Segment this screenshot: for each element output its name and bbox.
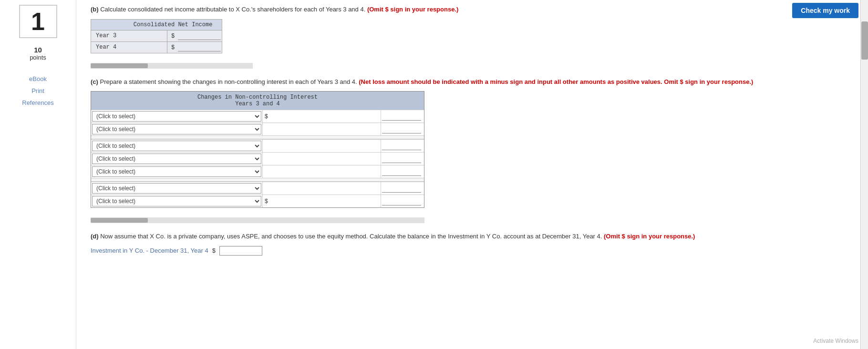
points-label: points — [30, 54, 46, 61]
nci-input-cell-1 — [381, 110, 424, 123]
nci-row-4: (Click to select) — [91, 152, 424, 165]
nci-dropdown-1[interactable]: (Click to select) — [92, 111, 261, 122]
nci-horizontal-scrollbar[interactable] — [91, 217, 424, 223]
year4-label: Year 4 — [91, 41, 167, 53]
part-c-label: (c) — [91, 78, 98, 85]
nci-dropdown-5[interactable]: (Click to select) — [92, 166, 261, 177]
nci-input-4[interactable] — [382, 155, 421, 163]
nci-row-7: (Click to select) $ — [91, 195, 424, 207]
part-b-text: Calculate consolidated net income attrib… — [100, 6, 365, 13]
references-link[interactable]: References — [22, 99, 53, 106]
year3-label: Year 3 — [91, 30, 167, 41]
table-row: Year 3 $ — [91, 30, 222, 41]
check-work-button[interactable]: Check my work — [792, 3, 858, 18]
nci-table: Changes in Non-controlling Interest Year… — [91, 91, 424, 208]
nci-input-cell-6 — [381, 182, 424, 195]
nci-dropdown-4[interactable]: (Click to select) — [92, 154, 261, 164]
sidebar-links: eBook Print References — [22, 75, 53, 106]
nci-row-5: (Click to select) — [91, 165, 424, 178]
nci-separator-1 — [91, 135, 424, 139]
year4-dollar: $ — [167, 41, 222, 53]
nci-select-cell-5[interactable]: (Click to select) — [91, 165, 263, 178]
nci-mid-4 — [263, 153, 381, 165]
nci-input-7[interactable] — [382, 197, 421, 205]
consolidated-net-income-table: Consolidated Net Income Year 3 $ Year 4 … — [91, 19, 222, 53]
nci-input-cell-5 — [381, 165, 424, 178]
nci-input-1[interactable] — [382, 113, 421, 121]
nci-mid-6 — [263, 182, 381, 195]
nci-mid-5 — [263, 165, 381, 178]
nci-mid-3 — [263, 140, 381, 152]
invest-label: Investment in Y Co. - December 31, Year … — [91, 247, 208, 254]
nci-row-1: (Click to select) $ — [91, 110, 424, 123]
part-c-instruction: (Net loss amount should be indicated wit… — [359, 78, 753, 85]
part-b-section: (b) Calculate consolidated net income at… — [91, 5, 854, 14]
print-link[interactable]: Print — [31, 87, 44, 94]
points-number: 10 — [30, 46, 46, 54]
year3-input[interactable] — [178, 32, 221, 40]
nci-input-cell-2 — [381, 123, 424, 135]
scrollbar-thumb — [861, 21, 868, 60]
sidebar: 1 10 points eBook Print References — [0, 0, 76, 349]
points-section: 10 points — [30, 46, 46, 61]
nci-dropdown-3[interactable]: (Click to select) — [92, 141, 261, 151]
nci-select-cell-6[interactable]: (Click to select) — [91, 182, 263, 195]
nci-table-header: Changes in Non-controlling Interest Year… — [91, 92, 424, 110]
nci-select-cell-4[interactable]: (Click to select) — [91, 153, 263, 165]
nci-dropdown-2[interactable]: (Click to select) — [92, 124, 261, 134]
nci-input-6[interactable] — [382, 185, 421, 193]
nci-row-3: (Click to select) — [91, 139, 424, 152]
nci-mid-7: $ — [263, 195, 381, 207]
table-row: Year 4 $ — [91, 41, 222, 53]
nci-input-cell-4 — [381, 153, 424, 165]
part-c-text: Prepare a statement showing the changes … — [100, 78, 357, 85]
nci-row-6: (Click to select) — [91, 182, 424, 195]
main-content: (b) Calculate consolidated net income at… — [76, 0, 868, 349]
part-c-section: (c) Prepare a statement showing the chan… — [91, 77, 854, 87]
investment-row: Investment in Y Co. - December 31, Year … — [91, 246, 854, 256]
nci-select-cell-1[interactable]: (Click to select) — [91, 110, 263, 123]
cni-horizontal-scrollbar[interactable] — [91, 63, 253, 69]
nci-mid-1: $ — [263, 110, 381, 123]
vertical-scrollbar[interactable] — [860, 0, 868, 349]
activate-windows-text: Activate Windows — [813, 338, 858, 344]
ebook-link[interactable]: eBook — [29, 75, 47, 82]
nci-input-cell-7 — [381, 195, 424, 207]
nci-separator-2 — [91, 178, 424, 182]
nci-mid-2 — [263, 123, 381, 135]
question-number: 1 — [19, 5, 57, 38]
nci-input-3[interactable] — [382, 142, 421, 150]
nci-input-cell-3 — [381, 140, 424, 152]
nci-scrollbar-thumb — [91, 218, 148, 223]
part-d-label: (d) — [91, 233, 99, 240]
cni-scrollbar-thumb — [91, 63, 148, 68]
nci-dropdown-6[interactable]: (Click to select) — [92, 183, 261, 194]
nci-input-5[interactable] — [382, 168, 421, 176]
invest-dollar: $ — [212, 247, 216, 254]
part-b-instruction: (Omit $ sign in your response.) — [367, 6, 458, 13]
part-d-text: Now assume that X Co. is a private compa… — [100, 233, 602, 240]
nci-row-2: (Click to select) — [91, 123, 424, 135]
cni-table-header: Consolidated Net Income — [91, 19, 222, 30]
invest-input[interactable] — [219, 246, 262, 256]
nci-input-2[interactable] — [382, 125, 421, 133]
nci-select-cell-3[interactable]: (Click to select) — [91, 140, 263, 152]
nci-dropdown-7[interactable]: (Click to select) — [92, 196, 261, 206]
year4-input[interactable] — [178, 43, 221, 51]
part-d-instruction: (Omit $ sign in your response.) — [604, 233, 695, 240]
nci-select-cell-7[interactable]: (Click to select) — [91, 195, 263, 207]
nci-select-cell-2[interactable]: (Click to select) — [91, 123, 263, 135]
part-d-section: (d) Now assume that X Co. is a private c… — [91, 232, 854, 241]
part-b-label: (b) — [91, 6, 99, 13]
year3-dollar: $ — [167, 30, 222, 41]
